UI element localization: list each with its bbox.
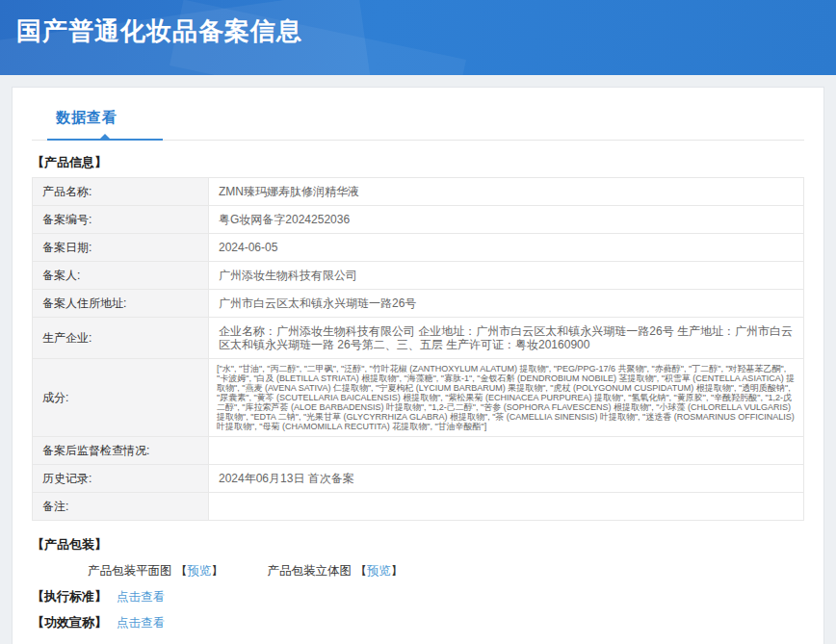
row-value: ZMN臻玛娜寿肽修润精华液	[209, 178, 804, 206]
row-value: 2024年06月13日 首次备案	[209, 465, 804, 493]
tab-bar: 数据查看	[32, 101, 804, 141]
efficacy-view-link[interactable]: 点击查看	[117, 616, 165, 630]
table-row: 备案人住所地址:广州市白云区太和镇永兴瑚琏一路26号	[33, 290, 804, 318]
row-label: 产品名称:	[33, 178, 209, 206]
table-row: 备案编号:粤G妆网备字2024252036	[33, 206, 804, 234]
flat-diagram-label: 产品包装平面图	[88, 564, 172, 578]
packaging-previews: 产品包装平面图 【预览】 产品包装立体图 【预览】	[88, 563, 804, 580]
tab-data-view[interactable]: 数据查看	[56, 109, 118, 127]
table-row: 备注:	[33, 493, 804, 521]
row-label: 历史记录:	[33, 465, 209, 493]
row-label: 备案人:	[33, 262, 209, 290]
page-title: 国产普通化妆品备案信息	[0, 0, 836, 48]
table-row: 成分:["水", "甘油", "丙二醇", "二甲砜", "泛醇", "竹叶花椒…	[33, 359, 804, 437]
row-value: 粤G妆网备字2024252036	[209, 206, 804, 234]
row-label: 备案后监督检查情况:	[33, 437, 209, 465]
row-value: ["水", "甘油", "丙二醇", "二甲砜", "泛醇", "竹叶花椒 (Z…	[209, 359, 804, 437]
row-label: 成分:	[33, 359, 209, 437]
standards-view-link[interactable]: 点击查看	[117, 590, 165, 604]
flat-bracket-open: 【	[175, 564, 188, 578]
row-value	[209, 493, 804, 521]
table-row: 备案人:广州添妆生物科技有限公司	[33, 262, 804, 290]
stereo-bracket-close: 】	[391, 564, 404, 578]
row-label: 生产企业:	[33, 318, 209, 359]
efficacy-label: 【功效宣称】	[32, 615, 107, 630]
page-body: 数据查看 【产品信息】 产品名称:ZMN臻玛娜寿肽修润精华液备案编号:粤G妆网备…	[0, 75, 836, 644]
row-value: 广州市白云区太和镇永兴瑚琏一路26号	[209, 290, 804, 318]
table-row: 备案日期:2024-06-05	[33, 234, 804, 262]
row-label: 备案人住所地址:	[33, 290, 209, 318]
row-value: 2024-06-05	[209, 234, 804, 262]
stereo-bracket-open: 【	[354, 564, 367, 578]
section-product-info: 【产品信息】	[32, 154, 804, 171]
standards-row: 【执行标准】点击查看	[32, 588, 804, 605]
stereo-preview-link[interactable]: 预览	[367, 564, 391, 578]
table-row: 历史记录:2024年06月13日 首次备案	[33, 465, 804, 493]
row-value: 企业名称：广州添妆生物科技有限公司 企业地址：广州市白云区太和镇永兴瑚琏一路26…	[209, 318, 804, 359]
row-label: 备注:	[33, 493, 209, 521]
flat-diagram-group: 产品包装平面图 【预览】	[88, 563, 223, 580]
section-packaging: 【产品包装】	[32, 536, 804, 554]
efficacy-row: 【功效宣称】点击查看	[32, 614, 804, 631]
header-banner: 国产普通化妆品备案信息	[0, 0, 836, 75]
flat-bracket-close: 】	[211, 564, 223, 578]
row-label: 备案编号:	[33, 206, 209, 234]
row-label: 备案日期:	[33, 234, 209, 262]
stereo-diagram-group: 产品包装立体图 【预览】	[267, 563, 403, 580]
table-row: 备案后监督检查情况:	[33, 437, 804, 465]
table-row: 生产企业:企业名称：广州添妆生物科技有限公司 企业地址：广州市白云区太和镇永兴瑚…	[33, 318, 804, 359]
active-tab-indicator	[47, 139, 163, 141]
stereo-diagram-label: 产品包装立体图	[267, 564, 352, 578]
standards-label: 【执行标准】	[32, 589, 107, 604]
table-row: 产品名称:ZMN臻玛娜寿肽修润精华液	[33, 178, 804, 206]
product-info-table: 产品名称:ZMN臻玛娜寿肽修润精华液备案编号:粤G妆网备字2024252036备…	[32, 177, 804, 521]
row-value: 广州添妆生物科技有限公司	[209, 262, 804, 290]
flat-preview-link[interactable]: 预览	[187, 564, 211, 578]
content-card: 数据查看 【产品信息】 产品名称:ZMN臻玛娜寿肽修润精华液备案编号:粤G妆网备…	[12, 87, 824, 644]
row-value	[209, 437, 804, 465]
